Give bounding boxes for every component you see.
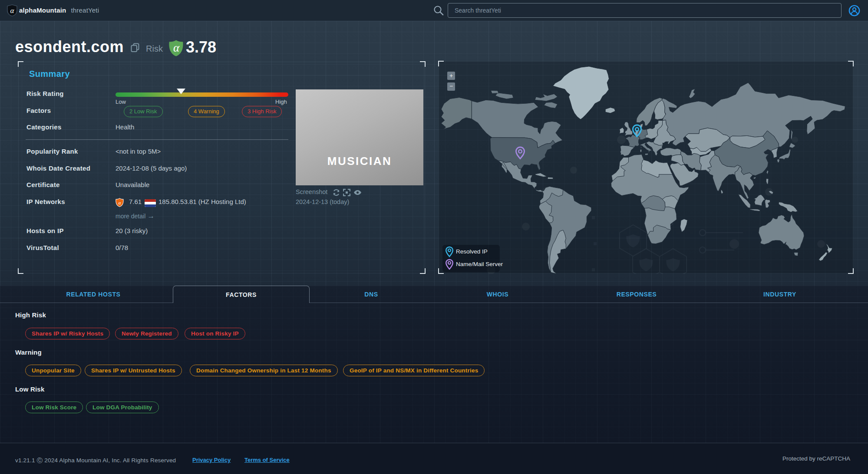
svg-text:α: α	[10, 7, 15, 15]
svg-text:α: α	[173, 41, 180, 54]
svg-text:α: α	[119, 200, 122, 205]
